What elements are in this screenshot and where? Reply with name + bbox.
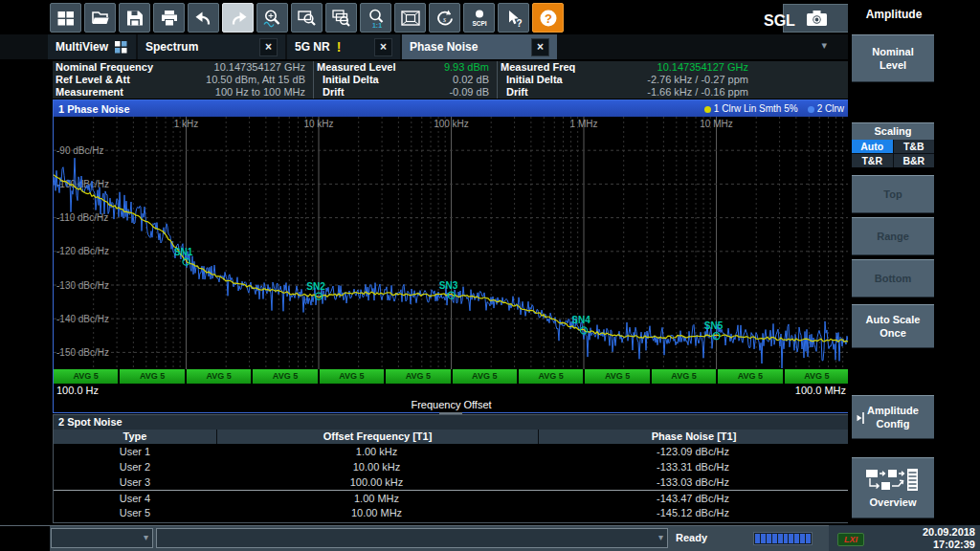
open-folder-icon [89,8,112,29]
multi-zoom-button[interactable] [325,3,357,33]
spot-noise-title-bar[interactable]: 2 Spot Noise [54,415,849,430]
print-button[interactable] [153,3,185,33]
context-help-button[interactable]: ? [498,3,529,33]
info-label: Initial Delta [498,74,563,86]
phase-noise-window[interactable]: 1 Phase Noise 1 Clrw Lin Smth 5% 2 Clrw … [53,99,850,413]
svg-text:1 MHz: 1 MHz [570,119,598,129]
softkey-auto-scale-once[interactable]: Auto Scale Once [852,304,934,348]
softkey-amplitude-config[interactable]: Amplitude Config [852,395,934,439]
svg-text:s: s [442,14,445,23]
tab-5gnr[interactable]: 5G NR ! × [287,34,400,59]
windows-logo-button[interactable] [50,3,81,33]
progress-segment [767,534,771,543]
spot-noise-row[interactable]: User 210.00 kHz-133.31 dBc/Hz [54,459,849,474]
info-label: Ref Level & Att [53,74,130,86]
spot-noise-row[interactable]: User 3100.00 kHz-133.03 dBc/Hz [54,474,849,490]
svg-text:?: ? [516,17,522,28]
tab-phase-noise[interactable]: Phase Noise × [402,34,557,59]
info-col-level: Measured Level9.93 dBm Initial Delta0.02… [313,61,497,99]
tab-spectrum[interactable]: Spectrum × [138,34,285,59]
scpi-recorder-icon: SCPI [468,8,491,29]
sweep-refresh-button[interactable]: s [429,3,460,33]
redo-button[interactable] [222,3,254,33]
progress-segment [800,534,805,543]
spot-noise-cell: -123.09 dBc/Hz [537,444,849,459]
status-bar: ▾ ▾ Ready [0,525,829,551]
info-label: Drift [498,86,528,99]
spot-noise-cell: 1.00 MHz [216,491,537,505]
spot-noise-row[interactable]: User 510.00 MHz-145.12 dBc/Hz [54,505,849,520]
status-dropdown-left[interactable]: ▾ [51,528,153,548]
avg-count-segment: AVG 5 [187,369,251,384]
tab-multiview[interactable]: MultiView [48,34,136,59]
spot-noise-cell: User 1 [54,444,216,459]
softkey-overview-label: Overview [870,496,917,509]
zoom-1to1-button[interactable]: 1:1 [360,3,391,33]
avg-count-segment: AVG 5 [320,369,384,384]
tab-5gnr-close-icon[interactable]: × [374,38,392,56]
x-axis-endpoints: 100.0 Hz 100.0 MHz [54,384,849,398]
softkey-amplitude-config-label: Amplitude Config [867,404,919,430]
column-header-offset-frequency: Offset Frequency [T1] [217,430,538,444]
spot-noise-cell: User 3 [54,474,216,490]
column-header-type: Type [54,430,216,444]
softkey-range[interactable]: Range [852,217,934,255]
phase-noise-title-bar[interactable]: 1 Phase Noise 1 Clrw Lin Smth 5% 2 Clrw [54,100,849,117]
spot-noise-table-header: Type Offset Frequency [T1] Phase Noise [… [54,430,849,444]
svg-text:-90 dBc/Hz: -90 dBc/Hz [56,145,103,156]
scaling-option-tr[interactable]: T&R [852,154,893,167]
zoom-trace-button[interactable] [256,3,288,33]
save-button[interactable] [119,3,150,33]
softkey-overview[interactable]: Overview [852,457,934,518]
help-button[interactable]: ? [532,3,564,33]
info-value-measured-level: 9.93 dBm [444,61,497,74]
info-value: 100 Hz to 100 MHz [215,86,313,99]
status-ready-label: Ready [676,532,707,543]
spot-noise-cell: -143.47 dBc/Hz [537,491,849,505]
avg-count-segment: AVG 5 [120,369,184,384]
legend-trace2: 2 Clrw [808,103,844,114]
spot-noise-window[interactable]: 2 Spot Noise Type Offset Frequency [T1] … [53,414,850,523]
avg-count-segment: AVG 5 [585,369,649,384]
spot-noise-cell: User 4 [54,491,216,505]
softkey-bottom[interactable]: Bottom [852,259,934,298]
spot-noise-cell: -133.31 dBc/Hz [537,459,849,474]
help-icon: ? [537,8,560,29]
legend-trace2-label: 2 Clrw [817,103,844,114]
spot-noise-row[interactable]: User 41.00 MHz-143.47 dBc/Hz [54,490,849,505]
softkey-top[interactable]: Top [852,175,934,213]
info-value: -1.66 kHz / -0.16 ppm [647,86,756,99]
undo-button[interactable] [188,3,219,33]
save-icon [123,8,146,29]
avg-count-segment: AVG 5 [785,369,849,384]
date-label: 20.09.2018 [923,526,975,539]
progress-segment [789,534,793,543]
tab-spectrum-close-icon[interactable]: × [259,38,278,56]
window-title: 1 Phase Noise [58,103,130,115]
phase-noise-plot[interactable]: 1 kHz10 kHz100 kHz1 MHz10 MHz-90 dBc/Hz-… [54,117,849,369]
tab-list-dropdown-icon[interactable]: ▾ [821,39,827,52]
zoom-selection-button[interactable] [291,3,323,33]
svg-text:SN2: SN2 [306,281,325,292]
avg-count-segment: AVG 5 [253,369,317,384]
progress-segment [761,534,766,543]
softkey-nominal-level[interactable]: Nominal Level [852,34,934,82]
display-frame-button[interactable] [394,3,426,33]
progress-segment [784,534,789,543]
softkey-menu: Amplitude Nominal Level Scaling AutoT&BT… [848,0,980,551]
status-dropdown-message[interactable]: ▾ [156,528,668,548]
scpi-recorder-button[interactable]: SCPI [463,3,495,33]
open-file-button[interactable] [84,3,116,33]
legend-trace1-label: 1 Clrw Lin Smth 5% [714,103,798,114]
time-label: 17:02:39 [923,539,975,551]
multiview-grid-icon [115,41,127,54]
x-axis-title: Frequency Offset [54,398,849,412]
instrument-screen: 1:1 s SCPI ? ? MultiView Spectrum × 5G N… [0,0,980,551]
info-label: Nominal Frequency [53,61,153,74]
spot-noise-cell: 10.00 kHz [216,459,537,474]
spot-noise-row[interactable]: User 11.00 kHz-123.09 dBc/Hz [54,444,849,459]
scaling-option-tb[interactable]: T&B [894,140,935,153]
scaling-option-auto[interactable]: Auto [852,140,893,153]
scaling-option-br[interactable]: B&R [894,154,935,167]
tab-phase-noise-close-icon[interactable]: × [531,38,549,56]
